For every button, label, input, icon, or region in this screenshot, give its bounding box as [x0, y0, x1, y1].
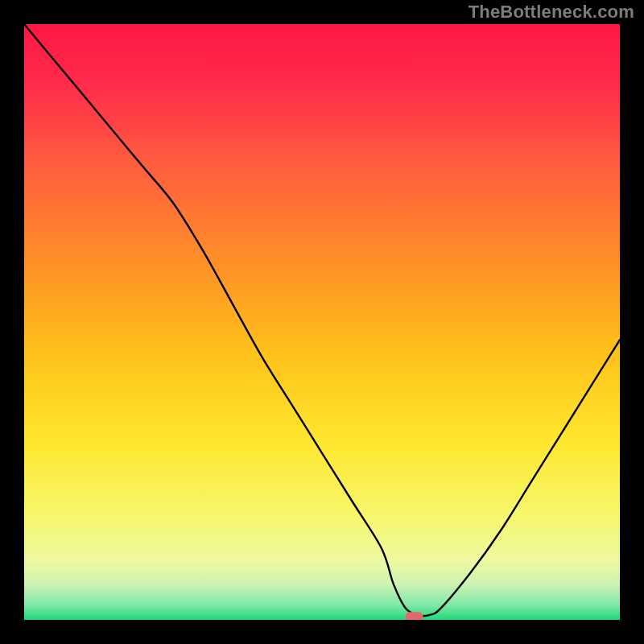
optimum-marker [406, 612, 423, 620]
watermark-text: TheBottleneck.com [469, 2, 634, 23]
chart-frame: TheBottleneck.com [0, 0, 644, 644]
bottleneck-chart [24, 24, 620, 620]
plot-background [24, 24, 620, 620]
